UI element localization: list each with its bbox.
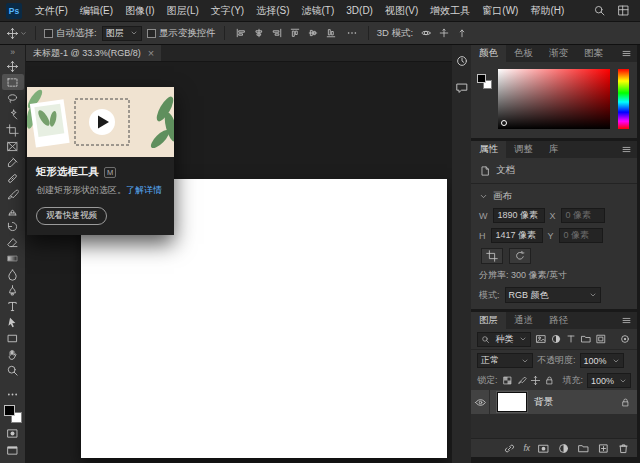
filter-adjustment-button[interactable] [550,333,562,345]
align-left-button[interactable] [233,27,249,39]
align-bottom-button[interactable] [323,27,339,39]
filter-smart-object-button[interactable] [595,333,607,345]
toolbar-dots-button[interactable] [6,388,19,401]
pan-3d-button[interactable] [436,27,452,39]
type-tool[interactable] [2,298,24,314]
dolly-3d-button[interactable] [454,27,470,39]
new-adjustment-layer-button[interactable] [557,442,570,455]
brush-tool[interactable] [2,186,24,202]
menubar-item-5[interactable]: 选择(S) [250,0,295,22]
layers-empty-area[interactable] [471,414,637,438]
menubar-item-4[interactable]: 文字(Y) [205,0,250,22]
rectangle-tool[interactable] [2,330,24,346]
add-layer-style-button[interactable]: fx [523,444,530,453]
menubar-item-8[interactable]: 视图(V) [379,0,424,22]
color-field[interactable] [498,69,610,129]
toolbar-quickmask-button[interactable] [6,427,19,440]
menubar-item-0[interactable]: 文件(F) [29,0,74,22]
rotate-canvas-button[interactable] [509,248,531,264]
properties-tab-1[interactable]: 调整 [506,141,541,158]
color-tab-2[interactable]: 渐变 [541,45,576,62]
menubar-item-7[interactable]: 3D(D) [340,0,379,22]
filter-toggle-button[interactable] [619,333,631,345]
align-center-h-button[interactable] [251,27,267,39]
y-field[interactable]: 0 像素 [559,228,603,243]
zoom-tool[interactable] [2,362,24,378]
path-selection-tool[interactable] [2,314,24,330]
clone-stamp-tool[interactable] [2,202,24,218]
auto-select-target-dropdown[interactable]: 图层 [102,26,142,41]
filter-folder-button[interactable] [580,333,592,345]
document-tab[interactable]: 未标题-1 @ 33.3%(RGB/8) × [26,45,161,61]
crop-tool[interactable] [2,122,24,138]
fill-dropdown[interactable]: 100% [587,373,631,388]
filter-image-button[interactable] [535,333,547,345]
blur-tool[interactable] [2,266,24,282]
layers-tab-0[interactable]: 图层 [471,312,506,329]
blend-mode-dropdown[interactable]: 正常 [477,353,533,368]
color-mode-dropdown[interactable]: RGB 颜色 [505,287,601,303]
layers-tab-2[interactable]: 路径 [541,312,576,329]
panel-menu-button[interactable] [621,141,637,158]
foreground-background-swatch[interactable] [477,74,492,89]
eyedropper-tool[interactable] [2,154,24,170]
photoshop-logo[interactable]: Ps [6,3,22,19]
foreground-color-swatch[interactable] [477,74,486,83]
hand-tool[interactable] [2,346,24,362]
foreground-color-swatch[interactable] [4,405,15,416]
learn-more-link[interactable]: 了解详情 [126,185,162,195]
menubar-workspace-grid-button[interactable] [617,4,630,17]
history-brush-tool[interactable] [2,218,24,234]
watch-video-button[interactable]: 观看快速视频 [36,207,107,225]
canvas-section-header[interactable]: 画布 [479,190,629,203]
panel-menu-button[interactable] [621,312,637,329]
collapsed-comments-panel-button[interactable] [455,81,469,95]
more-align-options-button[interactable] [344,27,360,39]
toolbar-screenmode-button[interactable] [6,444,19,457]
tool-preset-button[interactable] [6,27,27,40]
properties-tab-2[interactable]: 库 [541,141,567,158]
rectangular-marquee-tool[interactable] [2,74,24,90]
height-field[interactable]: 1417 像素 [491,228,543,243]
new-layer-button[interactable] [597,442,610,455]
close-tab-icon[interactable]: × [148,48,154,59]
pen-tool[interactable] [2,282,24,298]
frame-tool[interactable] [2,138,24,154]
hue-slider[interactable] [618,69,629,129]
layer-thumbnail[interactable] [497,392,527,412]
color-tab-3[interactable]: 图案 [576,45,611,62]
menubar-item-11[interactable]: 帮助(H) [524,0,570,22]
eraser-tool[interactable] [2,234,24,250]
align-top-button[interactable] [287,27,303,39]
layers-tab-1[interactable]: 通道 [506,312,541,329]
menubar-item-1[interactable]: 编辑(E) [74,0,119,22]
layer-filter-kind-dropdown[interactable]: 种类 [477,332,531,347]
layer-row-background[interactable]: 背景 [471,390,637,414]
filter-type-filter-button[interactable] [565,333,577,345]
align-right-button[interactable] [269,27,285,39]
link-layers-button[interactable] [503,442,516,455]
collapsed-history-panel-button[interactable] [455,54,469,68]
color-picker-dot[interactable] [501,120,507,126]
object-selection-tool[interactable] [2,106,24,122]
menubar-item-6[interactable]: 滤镜(T) [296,0,341,22]
orbit-3d-button[interactable] [418,27,434,39]
menubar-item-3[interactable]: 图层(L) [161,0,205,22]
panel-menu-button[interactable] [621,45,637,62]
properties-tab-0[interactable]: 属性 [471,141,506,158]
crop-canvas-button[interactable] [481,248,503,264]
align-center-v-button[interactable] [305,27,321,39]
x-field[interactable]: 0 像素 [561,208,605,223]
spot-healing-brush-tool[interactable] [2,170,24,186]
menubar-search-button[interactable] [593,4,606,17]
show-transform-checkbox[interactable]: 显示变换控件 [147,27,216,40]
lock-position-button[interactable] [530,375,541,386]
tutorial-video-thumbnail[interactable] [27,87,174,157]
delete-layer-button[interactable] [617,442,630,455]
opacity-dropdown[interactable]: 100% [580,353,624,368]
color-tab-0[interactable]: 颜色 [471,45,506,62]
auto-select-checkbox[interactable]: 自动选择: [44,27,97,40]
toolbar-collapse-button[interactable]: » [10,45,15,58]
lock-image-pixels-button[interactable] [516,375,527,386]
gradient-tool[interactable] [2,250,24,266]
